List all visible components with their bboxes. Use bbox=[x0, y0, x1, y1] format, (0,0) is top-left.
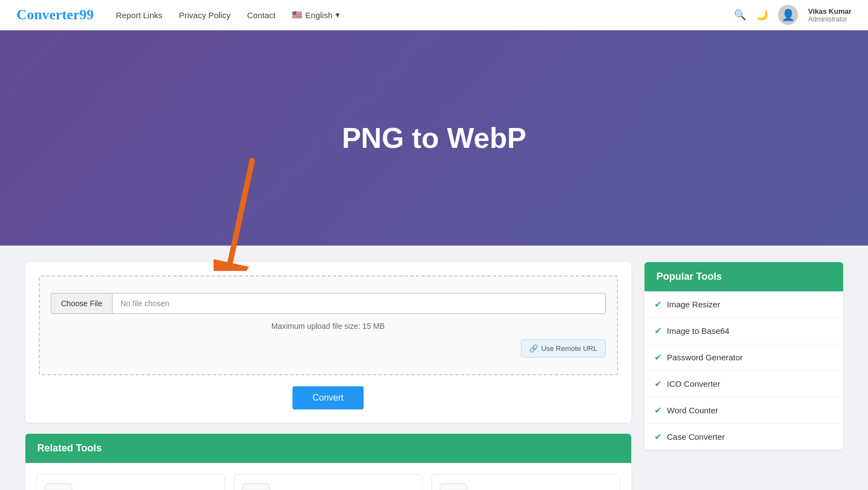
remote-url-row: 🔗 Use Remote URL bbox=[51, 339, 606, 358]
related-tools-body: 💬 Comma Separator 🖼 JPG to BMP 🎞 PNG to … bbox=[25, 463, 631, 490]
popular-tool-label: Image to Base64 bbox=[667, 326, 729, 335]
user-info: Vikas Kumar Administrator bbox=[808, 7, 851, 23]
center-column: Choose File No file chosen Maximum uploa… bbox=[25, 262, 631, 490]
hero-section: PNG to WebP bbox=[0, 30, 868, 246]
popular-tools-title: Popular Tools bbox=[657, 271, 831, 283]
check-icon: ✔ bbox=[654, 352, 662, 363]
lang-flag: 🇺🇸 bbox=[292, 10, 302, 20]
related-tools-header: Related Tools bbox=[25, 434, 631, 463]
popular-tool-case-converter[interactable]: ✔ Case Converter bbox=[645, 424, 843, 450]
upload-area: Choose File No file chosen Maximum uploa… bbox=[39, 275, 618, 375]
popular-tools-list: ✔ Image Resizer ✔ Image to Base64 ✔ Pass… bbox=[645, 291, 843, 450]
related-tool-jpg-to-bmp[interactable]: 🖼 JPG to BMP bbox=[234, 474, 423, 490]
nav-contact[interactable]: Contact bbox=[247, 10, 276, 20]
popular-tool-ico-converter[interactable]: ✔ ICO Converter bbox=[645, 371, 843, 397]
user-name: Vikas Kumar bbox=[808, 7, 851, 15]
related-tools-section: Related Tools 💬 Comma Separator 🖼 JPG to… bbox=[25, 434, 631, 490]
remote-url-button[interactable]: 🔗 Use Remote URL bbox=[521, 339, 606, 358]
choose-file-button[interactable]: Choose File bbox=[51, 293, 113, 314]
check-icon: ✔ bbox=[654, 299, 662, 310]
png-to-gif-icon: 🎞 bbox=[440, 483, 467, 490]
lang-label: English bbox=[305, 10, 332, 20]
file-name-display: No file chosen bbox=[112, 293, 605, 314]
main-nav: Report Links Privacy Policy Contact 🇺🇸 E… bbox=[116, 10, 734, 20]
check-icon: ✔ bbox=[654, 326, 662, 336]
hero-banner: PNG to WebP bbox=[0, 30, 868, 246]
related-tool-comma-separator[interactable]: 💬 Comma Separator bbox=[36, 474, 225, 490]
related-tools-title: Related Tools bbox=[38, 443, 619, 454]
comma-separator-icon: 💬 bbox=[45, 483, 72, 490]
chevron-down-icon: ▾ bbox=[336, 10, 340, 20]
file-input-row: Choose File No file chosen bbox=[51, 293, 606, 314]
language-selector[interactable]: 🇺🇸 English ▾ bbox=[292, 10, 339, 20]
remote-url-label: Use Remote URL bbox=[541, 344, 598, 353]
logo-sup: 99 bbox=[79, 7, 94, 23]
site-header: Converter99 Report Links Privacy Policy … bbox=[0, 0, 868, 30]
main-content: Choose File No file chosen Maximum uploa… bbox=[12, 246, 856, 490]
logo-text: Converter bbox=[17, 7, 79, 23]
check-icon: ✔ bbox=[654, 405, 662, 416]
dark-mode-button[interactable]: 🌙 bbox=[756, 9, 768, 21]
sidebar: Popular Tools ✔ Image Resizer ✔ Image to… bbox=[645, 262, 843, 450]
convert-row: Convert bbox=[39, 386, 618, 409]
user-role: Administrator bbox=[808, 15, 851, 23]
upload-size-info: Maximum upload file size: 15 MB bbox=[51, 322, 606, 331]
upload-wrapper: Choose File No file chosen Maximum uploa… bbox=[25, 262, 631, 423]
svg-line-1 bbox=[230, 161, 252, 263]
check-icon: ✔ bbox=[654, 432, 662, 442]
related-tool-png-to-gif[interactable]: 🎞 PNG to GIF bbox=[432, 474, 620, 490]
popular-tools-header: Popular Tools bbox=[645, 262, 843, 291]
arrow-icon bbox=[214, 155, 269, 271]
popular-tool-label: Word Counter bbox=[667, 406, 718, 415]
popular-tool-label: Image Resizer bbox=[667, 300, 721, 309]
search-button[interactable]: 🔍 bbox=[734, 9, 746, 21]
popular-tool-word-counter[interactable]: ✔ Word Counter bbox=[645, 397, 843, 424]
link-icon: 🔗 bbox=[529, 344, 538, 353]
check-icon: ✔ bbox=[654, 379, 662, 389]
jpg-to-bmp-icon: 🖼 bbox=[242, 483, 270, 490]
popular-tool-password-generator[interactable]: ✔ Password Generator bbox=[645, 344, 843, 371]
page-title: PNG to WebP bbox=[342, 121, 526, 155]
popular-tool-label: Password Generator bbox=[667, 353, 743, 362]
popular-tool-label: Case Converter bbox=[667, 432, 725, 441]
popular-tool-image-to-base64[interactable]: ✔ Image to Base64 bbox=[645, 318, 843, 344]
header-right: 🔍 🌙 👤 Vikas Kumar Administrator bbox=[734, 5, 851, 25]
nav-report-links[interactable]: Report Links bbox=[116, 10, 162, 20]
avatar: 👤 bbox=[778, 5, 798, 25]
popular-tool-image-resizer[interactable]: ✔ Image Resizer bbox=[645, 291, 843, 318]
convert-button[interactable]: Convert bbox=[292, 386, 363, 409]
nav-privacy-policy[interactable]: Privacy Policy bbox=[179, 10, 230, 20]
site-logo[interactable]: Converter99 bbox=[17, 7, 94, 23]
popular-tool-label: ICO Converter bbox=[667, 379, 721, 388]
